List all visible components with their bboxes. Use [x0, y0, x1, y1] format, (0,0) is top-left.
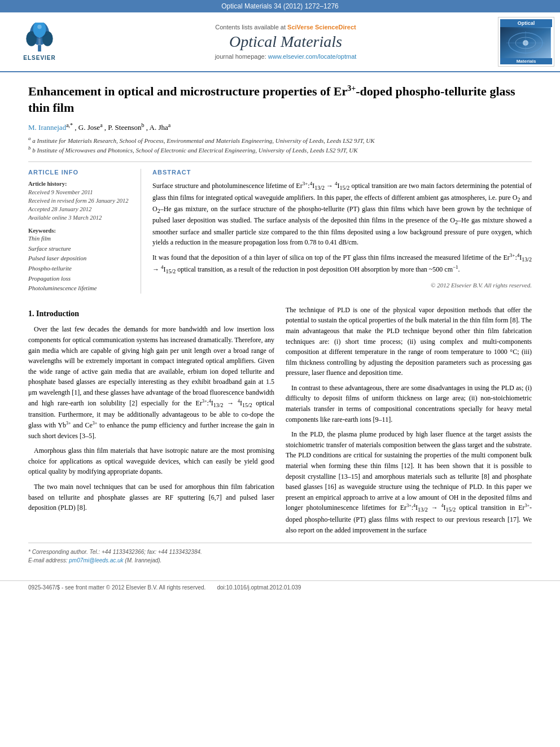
section1-title: 1. Introduction — [28, 308, 274, 320]
article-title: Enhancement in optical and microstructur… — [28, 84, 532, 116]
optical-logo-top-label: Optical — [500, 19, 552, 27]
sciverse-link[interactable]: SciVerse ScienceDirect — [287, 24, 356, 30]
footnote-divider — [28, 543, 532, 543]
email-link[interactable]: pm07mi@leeds.ac.uk — [69, 557, 123, 563]
body-para-r3: In the PLD, the plasma plume produced by… — [286, 429, 532, 535]
elsevier-logo: ELSEVIER — [23, 23, 56, 61]
footer-doi: doi:10.1016/j.optmat.2012.01.039 — [217, 584, 301, 591]
abstract-paragraph-1: Surface structure and photoluminescence … — [152, 180, 532, 247]
elsevier-label: ELSEVIER — [23, 55, 55, 61]
keywords-label: Keywords: — [28, 228, 132, 234]
revised-row: Received in revised form 26 January 2012 — [28, 197, 132, 204]
abstract-column: ABSTRACT Surface structure and photolumi… — [152, 169, 532, 294]
homepage-link[interactable]: www.elsevier.com/locate/optmat — [268, 53, 357, 60]
footnote-corresponding: * Corresponding author. Tel.: +44 113343… — [28, 549, 532, 555]
elsevier-tree-icon — [23, 23, 56, 54]
copyright-line: © 2012 Elsevier B.V. All rights reserved… — [152, 281, 532, 290]
author2: , G. Jose — [75, 123, 100, 132]
journal-citation: Optical Materials 34 (2012) 1272–1276 — [221, 2, 338, 10]
journal-citation-bar: Optical Materials 34 (2012) 1272–1276 — [0, 0, 560, 12]
section1-number: 1. — [28, 309, 34, 318]
main-content: Enhancement in optical and microstructur… — [0, 72, 560, 575]
history-header: Article history: — [28, 180, 132, 187]
abstract-heading: ABSTRACT — [152, 169, 532, 176]
body-para-r2: In contrast to these advantageous, there… — [286, 383, 532, 425]
body-para-1: Over the last few decades the demands fo… — [28, 324, 274, 441]
journal-center: Contents lists available at SciVerse Sci… — [79, 24, 492, 60]
affiliation-a: a a Institute for Materials Research, Sc… — [28, 136, 532, 144]
accepted-row: Accepted 28 January 2012 — [28, 206, 132, 212]
body-para-3: The two main novel techniques that can b… — [28, 482, 274, 513]
available-row: Available online 3 March 2012 — [28, 214, 132, 221]
footer-issn: 0925-3467/$ - see front matter © 2012 El… — [28, 584, 205, 591]
keyword-6: Photoluminescence lifetime — [28, 283, 132, 294]
body-left-column: 1. Introduction Over the last few decade… — [28, 305, 274, 540]
sciverse-line: Contents lists available at SciVerse Sci… — [79, 24, 492, 30]
keyword-5: Propagation loss — [28, 274, 132, 284]
body-content: 1. Introduction Over the last few decade… — [28, 305, 532, 540]
abstract-text: Surface structure and photoluminescence … — [152, 180, 532, 290]
received-row: Received 9 November 2011 — [28, 189, 132, 195]
article-info-abstract-section: ARTICLE INFO Article history: Received 9… — [28, 161, 532, 294]
svg-rect-1 — [38, 45, 41, 51]
svg-rect-7 — [38, 38, 41, 45]
body-para-r1: The technique of PLD is one of the physi… — [286, 305, 532, 378]
body-para-2: Amorphous glass thin film materials that… — [28, 445, 274, 477]
journal-header: ELSEVIER Contents lists available at Sci… — [0, 12, 560, 72]
body-right-column: The technique of PLD is one of the physi… — [286, 305, 532, 540]
journal-title: Optical Materials — [79, 33, 492, 51]
affiliations: a a Institute for Materials Research, Sc… — [28, 136, 532, 153]
author4: , A. Jha — [146, 123, 168, 132]
keyword-3: Pulsed laser deposition — [28, 254, 132, 264]
authors-line: M. Irannejada,* , G. Josea , P. Steenson… — [28, 122, 532, 132]
article-info-heading: ARTICLE INFO — [28, 169, 132, 176]
elsevier-logo-area: ELSEVIER — [6, 23, 73, 61]
page-footer: 0925-3467/$ - see front matter © 2012 El… — [0, 580, 560, 594]
abstract-paragraph-2: It was found that the deposition of a th… — [152, 252, 532, 276]
author1[interactable]: M. Irannejad — [28, 123, 66, 132]
affiliation-b: b b Institute of Microwaves and Photonic… — [28, 145, 532, 154]
optical-logo-svg — [501, 28, 550, 58]
optical-logo-image — [500, 27, 551, 58]
optical-logo-bottom-label: Materials — [500, 58, 552, 64]
optical-materials-logo-area: Optical — [498, 17, 554, 67]
keyword-4: Phospho-tellurite — [28, 264, 132, 274]
keywords-section: Keywords: Thin film Surface structure Pu… — [28, 228, 132, 294]
author3: , P. Steenson — [104, 123, 142, 132]
footnote-email: E-mail address: pm07mi@leeds.ac.uk (M. I… — [28, 557, 532, 563]
keyword-2: Surface structure — [28, 244, 132, 254]
keyword-1: Thin film — [28, 234, 132, 244]
optical-materials-logo: Optical — [498, 17, 554, 67]
keywords-list: Thin film Surface structure Pulsed laser… — [28, 234, 132, 294]
svg-point-6 — [37, 25, 42, 29]
article-info-column: ARTICLE INFO Article history: Received 9… — [28, 169, 141, 294]
section1-title-text: Introduction — [36, 309, 79, 318]
journal-homepage: journal homepage: www.elsevier.com/locat… — [79, 53, 492, 60]
